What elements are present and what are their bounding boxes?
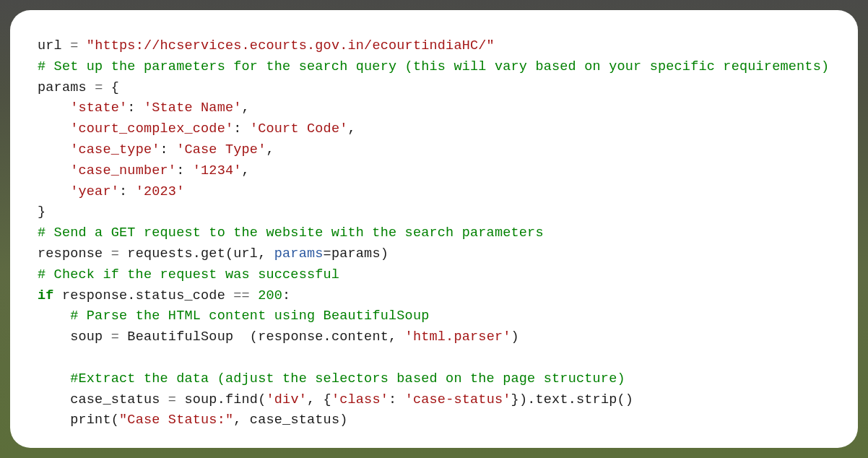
code-token: 'case_type' (70, 142, 160, 157)
code-indent (38, 184, 70, 199)
code-token: 'State Name' (144, 100, 242, 116)
code-token: 'court_complex_code' (70, 121, 233, 137)
code-token: } (38, 204, 45, 220)
code-token: 200 (258, 288, 282, 303)
code-token: , case_status) (233, 412, 347, 428)
code-indent (38, 121, 70, 137)
code-token: response (38, 246, 111, 262)
code-token: , { (307, 392, 331, 407)
code-block: url = "https://hcservices.ecourts.gov.in… (38, 36, 830, 431)
code-comment: # Send a GET request to the website with… (38, 225, 544, 241)
code-token: =params) (324, 246, 389, 262)
code-comment: #Extract the data (adjust the selectors … (70, 371, 625, 386)
code-keyword: if (38, 288, 54, 303)
code-token: 'case-status' (405, 392, 511, 407)
code-token: requests.get(url, (127, 246, 274, 262)
code-token: soup (70, 329, 111, 345)
code-token: { (111, 80, 119, 95)
code-token: , (266, 142, 274, 157)
code-indent (38, 100, 70, 116)
code-token: : (160, 142, 177, 157)
code-indent (38, 371, 70, 386)
code-indent (38, 308, 70, 324)
code-indent (38, 142, 70, 157)
code-token: BeautifulSoup (response.content, (127, 329, 404, 345)
code-token: == (233, 288, 258, 303)
code-indent (38, 392, 70, 407)
code-token: = (168, 392, 185, 407)
code-token: : (176, 163, 193, 178)
code-token: = (111, 329, 128, 345)
code-token: 'state' (70, 100, 127, 116)
code-token: : (127, 100, 144, 116)
code-token: : (233, 121, 250, 137)
code-token: '2023' (136, 184, 185, 199)
code-indent (38, 163, 70, 178)
code-indent (38, 329, 70, 345)
code-token: 'class' (331, 392, 389, 407)
code-token: = (111, 246, 128, 262)
code-token: 'year' (70, 184, 119, 199)
code-token: 'div' (266, 392, 307, 407)
code-comment: # Parse the HTML content using Beautiful… (70, 308, 429, 324)
code-token: "Case Status:" (119, 412, 233, 428)
code-indent (38, 412, 70, 428)
code-token: : (282, 288, 290, 303)
code-token: params (38, 80, 95, 95)
code-comment: # Check if the request was successful (38, 267, 339, 282)
code-token: 'html.parser' (405, 329, 511, 345)
code-token: url (38, 38, 70, 53)
code-token: = (70, 38, 87, 53)
code-token: , (242, 163, 250, 178)
code-token: }).text.strip() (511, 392, 634, 407)
code-card: url = "https://hcservices.ecourts.gov.in… (10, 10, 858, 448)
code-token: ) (511, 329, 519, 345)
code-token: 'Court Code' (250, 121, 348, 137)
code-token: : (389, 392, 405, 407)
code-token: , (242, 100, 250, 116)
code-token: case_status (70, 392, 168, 407)
code-token: print( (70, 412, 119, 428)
code-token: soup.find( (184, 392, 266, 407)
code-token: , (348, 121, 356, 137)
code-token: 'case_number' (70, 163, 176, 178)
code-token: = (95, 80, 111, 95)
code-token: params (274, 246, 324, 262)
code-token: response.status_code (54, 288, 234, 303)
code-token: "https://hcservices.ecourts.gov.in/ecour… (87, 38, 495, 53)
code-token: 'Case Type' (176, 142, 266, 157)
code-token: : (119, 184, 136, 199)
code-token: '1234' (193, 163, 242, 178)
code-comment: # Set up the parameters for the search q… (38, 59, 829, 74)
